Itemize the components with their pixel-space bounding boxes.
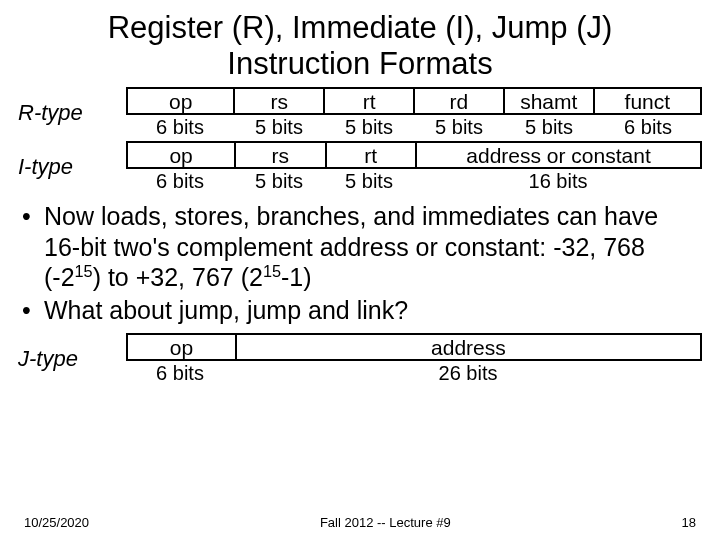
jtype-field-addr: address — [237, 333, 702, 361]
jtype-bits: 26 bits — [234, 361, 702, 385]
footer-page: 18 — [682, 515, 696, 530]
bullet-item: Now loads, stores, branches, and immedia… — [44, 201, 698, 293]
rtype-field-funct: funct — [595, 87, 702, 115]
superscript: 15 — [263, 262, 281, 280]
itype-field-rt: rt — [327, 141, 417, 169]
itype-bits: 16 bits — [414, 169, 702, 193]
bullet-list: Now loads, stores, branches, and immedia… — [0, 193, 720, 331]
rtype-bits: 6 bits — [126, 115, 234, 139]
superscript: 15 — [75, 262, 93, 280]
rtype-row: R-type op rs rt rd shamt funct 6 bits 5 … — [0, 87, 720, 139]
itype-table: op rs rt address or constant 6 bits 5 bi… — [126, 141, 702, 193]
footer-date: 10/25/2020 — [24, 515, 89, 530]
rtype-table: op rs rt rd shamt funct 6 bits 5 bits 5 … — [126, 87, 702, 139]
rtype-bits: 5 bits — [324, 115, 414, 139]
jtype-field-op: op — [126, 333, 237, 361]
itype-label: I-type — [18, 154, 126, 180]
itype-bits: 5 bits — [234, 169, 324, 193]
jtype-label: J-type — [18, 346, 126, 372]
rtype-field-rt: rt — [325, 87, 415, 115]
jtype-bits: 6 bits — [126, 361, 234, 385]
rtype-field-op: op — [126, 87, 235, 115]
slide-footer: 10/25/2020 Fall 2012 -- Lecture #9 18 — [0, 515, 720, 530]
itype-row: I-type op rs rt address or constant 6 bi… — [0, 141, 720, 193]
itype-field-rs: rs — [236, 141, 326, 169]
rtype-bits: 5 bits — [234, 115, 324, 139]
bullet-text: -1) — [281, 263, 312, 291]
rtype-bits: 6 bits — [594, 115, 702, 139]
itype-bits: 5 bits — [324, 169, 414, 193]
footer-center: Fall 2012 -- Lecture #9 — [320, 515, 451, 530]
itype-bits: 6 bits — [126, 169, 234, 193]
slide-title: Register (R), Immediate (I), Jump (J) In… — [0, 0, 720, 87]
rtype-bits: 5 bits — [504, 115, 594, 139]
bullet-item: What about jump, jump and link? — [44, 295, 698, 326]
itype-field-addr: address or constant — [417, 141, 702, 169]
bullet-text: ) to +32, 767 (2 — [93, 263, 263, 291]
rtype-field-shamt: shamt — [505, 87, 595, 115]
rtype-label: R-type — [18, 100, 126, 126]
jtype-table: op address 6 bits 26 bits — [126, 333, 702, 385]
jtype-row: J-type op address 6 bits 26 bits — [0, 333, 720, 385]
rtype-field-rd: rd — [415, 87, 505, 115]
rtype-bits: 5 bits — [414, 115, 504, 139]
itype-field-op: op — [126, 141, 236, 169]
rtype-field-rs: rs — [235, 87, 325, 115]
